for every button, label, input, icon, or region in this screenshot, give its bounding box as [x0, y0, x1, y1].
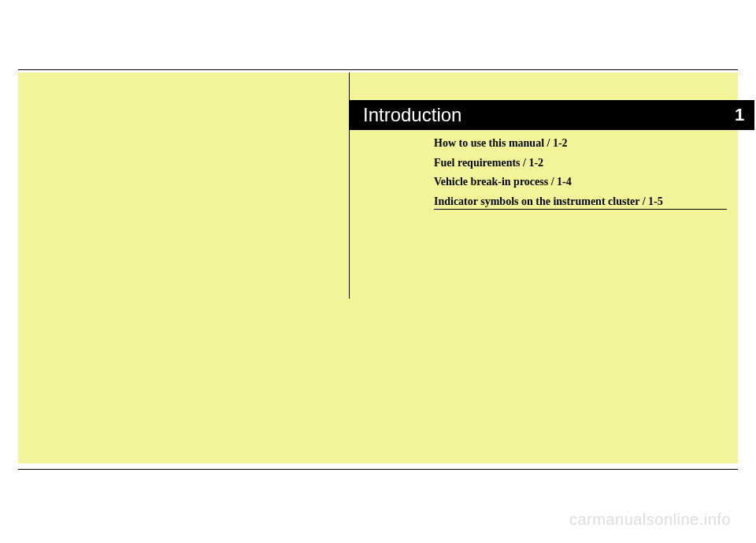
toc-item: Vehicle break-in process / 1-4 — [434, 174, 727, 190]
content-panel — [18, 73, 738, 463]
toc-container: How to use this manual / 1-2 Fuel requir… — [434, 136, 727, 213]
page-container: Introduction 1 How to use this manual / … — [18, 69, 738, 470]
watermark: carmanualsonline.info — [569, 511, 731, 529]
toc-item: Indicator symbols on the instrument clus… — [434, 194, 727, 210]
chapter-number-box: 1 — [724, 100, 754, 130]
toc-item: How to use this manual / 1-2 — [434, 136, 727, 151]
toc-underline — [434, 209, 727, 210]
chapter-title: Introduction — [363, 104, 461, 126]
chapter-header: Introduction 1 — [349, 100, 754, 130]
toc-item: Fuel requirements / 1-2 — [434, 155, 727, 171]
chapter-number: 1 — [735, 105, 744, 125]
